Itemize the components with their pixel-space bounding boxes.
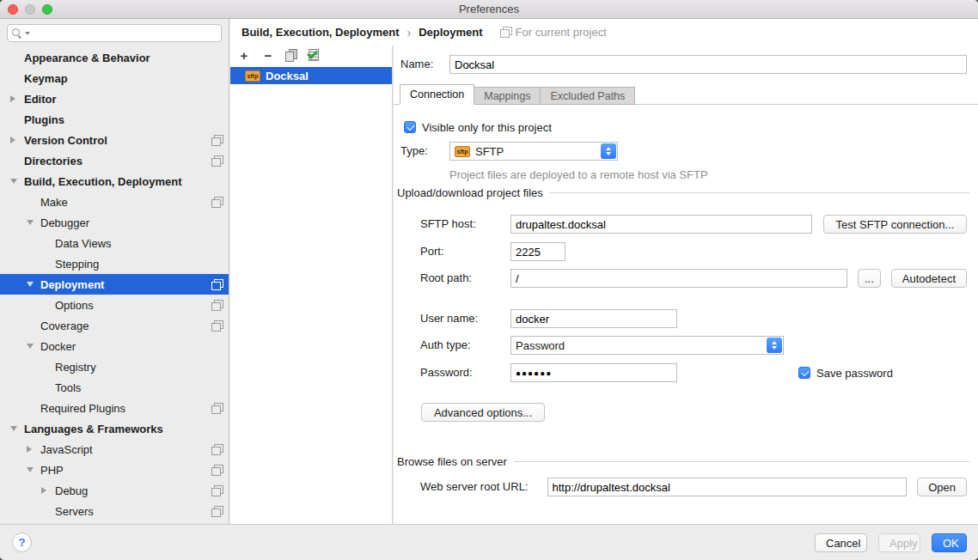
sidebar-item-editor[interactable]: Editor xyxy=(0,88,229,109)
expanded-arrow-icon xyxy=(27,282,40,287)
project-scope-icon xyxy=(211,485,223,496)
window-title: Preferences xyxy=(0,0,978,19)
sftp-type-icon: sftp xyxy=(455,146,470,157)
sidebar-item-debug[interactable]: Debug xyxy=(0,480,229,501)
collapsed-arrow-icon xyxy=(41,487,55,494)
expanded-arrow-icon xyxy=(10,426,24,431)
save-password-checkbox[interactable]: Save password xyxy=(798,367,893,380)
search-icon xyxy=(12,28,22,39)
breadcrumb-current: Deployment xyxy=(419,26,482,39)
search-input[interactable] xyxy=(30,26,221,40)
user-name-label: User name: xyxy=(420,309,510,328)
sidebar-item-build-execution-deployment[interactable]: Build, Execution, Deployment xyxy=(0,171,229,192)
browse-section-title: Browse files on server xyxy=(397,455,507,468)
sidebar-item-languages-frameworks[interactable]: Languages & Frameworks xyxy=(0,418,229,439)
sidebar-item-data-views[interactable]: Data Views xyxy=(0,233,229,253)
project-scope-icon xyxy=(211,403,223,414)
settings-sidebar: Appearance & Behavior Keymap Editor Plug… xyxy=(0,19,229,524)
sftp-host-input[interactable] xyxy=(510,215,812,234)
deployment-form: Name: Connection Mappings Excluded Paths… xyxy=(394,46,978,524)
sidebar-item-keymap[interactable]: Keymap xyxy=(0,68,229,88)
use-as-default-button[interactable] xyxy=(307,49,319,61)
auth-type-label: Auth type: xyxy=(420,336,510,355)
type-dropdown[interactable]: sftp SFTP xyxy=(449,142,618,161)
test-sftp-connection-button[interactable]: Test SFTP connection... xyxy=(823,215,967,234)
dialog-footer: ? Cancel Apply OK xyxy=(0,524,978,560)
user-name-input[interactable] xyxy=(510,309,677,328)
project-scope-icon xyxy=(211,444,223,455)
type-label: Type: xyxy=(400,142,449,161)
port-input[interactable] xyxy=(510,242,565,261)
auth-type-dropdown[interactable]: Password xyxy=(510,336,784,355)
tab-excluded-paths[interactable]: Excluded Paths xyxy=(540,87,635,105)
sidebar-item-registry[interactable]: Registry xyxy=(0,356,229,377)
sidebar-item-tools[interactable]: Tools xyxy=(0,377,229,398)
sidebar-item-make[interactable]: Make xyxy=(0,192,229,212)
title-bar: Preferences xyxy=(0,0,978,19)
copy-server-button[interactable] xyxy=(285,49,296,61)
name-input[interactable] xyxy=(449,55,967,74)
sidebar-item-plugins[interactable]: Plugins xyxy=(0,109,229,130)
sidebar-item-docker[interactable]: Docker xyxy=(0,336,229,356)
collapsed-arrow-icon xyxy=(27,446,40,453)
upload-section-header: Upload/download project files xyxy=(397,186,969,199)
type-value: SFTP xyxy=(475,145,504,158)
scope-indicator: For current project xyxy=(500,26,607,39)
auth-type-value: Password xyxy=(516,339,565,352)
project-scope-icon xyxy=(211,506,223,517)
project-scope-icon xyxy=(211,279,223,290)
expanded-arrow-icon xyxy=(27,220,40,225)
upload-section-title: Upload/download project files xyxy=(397,186,543,199)
sidebar-item-version-control[interactable]: Version Control xyxy=(0,130,229,150)
web-root-label: Web server root URL: xyxy=(420,478,547,496)
project-scope-icon xyxy=(211,135,223,146)
search-box[interactable] xyxy=(7,24,222,42)
breadcrumb-parent: Build, Execution, Deployment xyxy=(241,26,399,39)
advanced-options-button[interactable]: Advanced options... xyxy=(421,403,545,422)
scope-label: For current project xyxy=(516,26,607,39)
cancel-button[interactable]: Cancel xyxy=(815,533,867,552)
autodetect-button[interactable]: Autodetect xyxy=(891,269,967,288)
open-url-button[interactable]: Open xyxy=(917,478,967,496)
sidebar-item-debugger[interactable]: Debugger xyxy=(0,212,229,233)
servers-list-panel: + − sftp Docksal xyxy=(230,46,393,524)
server-list-item-docksal[interactable]: sftp Docksal xyxy=(230,67,392,84)
sidebar-item-appearance-behavior[interactable]: Appearance & Behavior xyxy=(0,47,229,68)
port-label: Port: xyxy=(420,242,510,261)
password-input[interactable] xyxy=(510,363,677,382)
root-path-input[interactable] xyxy=(510,269,847,288)
save-password-label: Save password xyxy=(816,367,893,380)
sftp-host-label: SFTP host: xyxy=(420,215,510,234)
add-server-button[interactable]: + xyxy=(237,48,251,62)
sidebar-item-required-plugins[interactable]: Required Plugins xyxy=(0,398,229,418)
settings-tree: Appearance & Behavior Keymap Editor Plug… xyxy=(0,47,229,521)
preferences-window: Preferences Appearance & Behavior Keymap… xyxy=(0,0,978,560)
sidebar-item-stepping[interactable]: Stepping xyxy=(0,253,229,274)
remove-server-button[interactable]: − xyxy=(261,48,275,62)
expanded-arrow-icon xyxy=(10,179,24,184)
tab-mappings[interactable]: Mappings xyxy=(474,87,541,105)
sidebar-item-php[interactable]: PHP xyxy=(0,460,229,480)
server-name: Docksal xyxy=(266,70,309,82)
apply-button[interactable]: Apply xyxy=(878,533,920,552)
tab-connection[interactable]: Connection xyxy=(400,84,474,105)
sidebar-item-servers[interactable]: Servers xyxy=(0,501,229,521)
visible-only-label: Visible only for this project xyxy=(422,121,552,134)
project-scope-icon xyxy=(211,155,223,167)
sidebar-item-javascript[interactable]: JavaScript xyxy=(0,439,229,460)
visible-only-checkbox[interactable]: Visible only for this project xyxy=(404,121,552,134)
sftp-type-icon: sftp xyxy=(245,70,260,82)
project-scope-icon xyxy=(211,320,223,332)
sidebar-item-directories[interactable]: Directories xyxy=(0,150,229,171)
expanded-arrow-icon xyxy=(27,344,40,349)
collapsed-arrow-icon xyxy=(10,95,24,102)
ok-button[interactable]: OK xyxy=(932,533,967,552)
help-button[interactable]: ? xyxy=(12,533,32,552)
sidebar-item-deployment-selected[interactable]: Deployment xyxy=(0,274,229,295)
sidebar-item-coverage[interactable]: Coverage xyxy=(0,315,229,336)
breadcrumb-separator-icon: › xyxy=(406,26,411,40)
browse-root-path-button[interactable]: ... xyxy=(858,269,881,288)
web-root-input[interactable] xyxy=(547,478,908,496)
root-path-label: Root path: xyxy=(420,269,510,288)
sidebar-item-options[interactable]: Options xyxy=(0,295,229,315)
